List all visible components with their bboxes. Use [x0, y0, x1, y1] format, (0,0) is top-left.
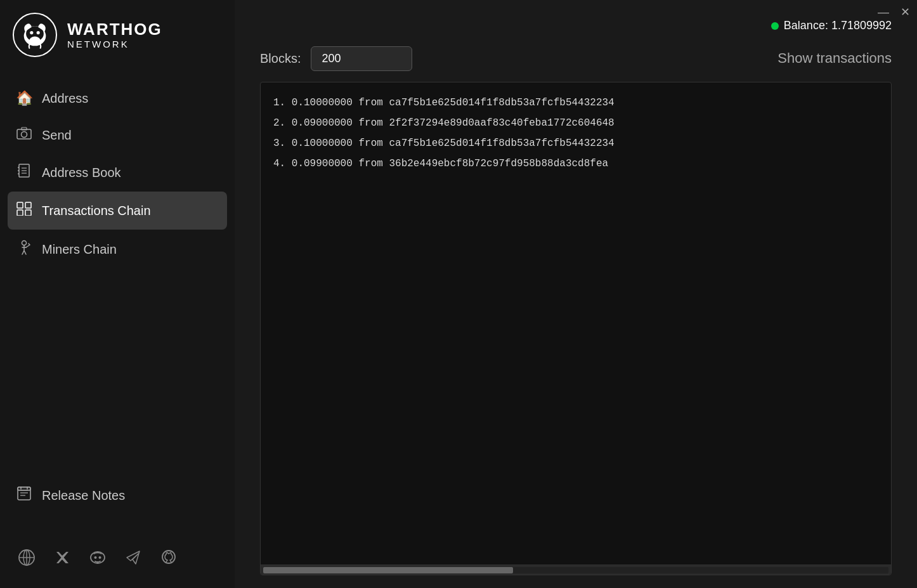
github-social-icon[interactable]	[157, 546, 180, 569]
transactions-chain-icon	[15, 202, 33, 219]
controls-row: Blocks: Show transactions	[260, 45, 892, 72]
sidebar-bottom: Release Notes	[0, 464, 235, 533]
website-social-icon[interactable]	[15, 546, 38, 569]
sidebar-item-send[interactable]: Send	[0, 117, 235, 154]
transactions-box: 1. 0.10000000 from ca7f5b1e625d014f1f8db…	[260, 82, 892, 575]
scrollbar-thumb[interactable]	[263, 567, 513, 573]
svg-point-32	[94, 556, 97, 559]
discord-social-icon[interactable]	[86, 546, 109, 569]
transaction-line: 2. 0.09000000 from 2f2f37294e89d0aaf83c4…	[273, 113, 878, 133]
sidebar-item-label-address-book: Address Book	[42, 166, 121, 180]
balance-value: Balance: 1.71809992	[784, 19, 892, 32]
scrollbar-track	[263, 567, 888, 573]
send-icon	[15, 127, 33, 143]
svg-rect-15	[17, 202, 23, 208]
telegram-social-icon[interactable]	[122, 546, 145, 569]
balance-status-dot	[771, 22, 779, 30]
minimize-button[interactable]: —	[878, 6, 889, 18]
svg-point-6	[22, 132, 27, 138]
release-notes-icon	[15, 487, 33, 504]
nav-items: 🏠 Address Send	[0, 70, 235, 464]
sidebar-item-address-book[interactable]: Address Book	[0, 154, 235, 192]
sidebar-item-release-notes[interactable]: Release Notes	[15, 476, 219, 514]
transaction-line: 1. 0.10000000 from ca7f5b1e625d014f1f8db…	[273, 93, 878, 113]
blocks-group: Blocks:	[260, 46, 412, 71]
close-button[interactable]: ✕	[899, 6, 911, 18]
transaction-line: 4. 0.09900000 from 36b2e449ebcf8b72c97fd…	[273, 154, 878, 174]
sidebar: WARTHOG NETWORK 🏠 Address Send	[0, 0, 235, 588]
svg-rect-16	[25, 202, 31, 208]
main-content: Balance: 1.71809992 Blocks: Show transac…	[235, 0, 917, 588]
svg-point-2	[29, 37, 40, 44]
sidebar-item-label-miners-chain: Miners Chain	[42, 242, 117, 257]
sidebar-item-address[interactable]: 🏠 Address	[0, 80, 235, 117]
header-bar: Balance: 1.71809992	[260, 13, 892, 32]
logo-text: WARTHOG NETWORK	[67, 20, 162, 49]
logo-area: WARTHOG NETWORK	[0, 0, 235, 70]
blocks-input[interactable]	[311, 46, 412, 71]
sidebar-item-label-address: Address	[42, 91, 88, 106]
svg-rect-18	[25, 210, 31, 216]
sidebar-item-transactions-chain[interactable]: Transactions Chain	[8, 192, 227, 230]
sidebar-item-label-send: Send	[42, 128, 72, 143]
transactions-content[interactable]: 1. 0.10000000 from ca7f5b1e625d014f1f8db…	[261, 82, 891, 565]
logo-title: WARTHOG	[67, 20, 162, 39]
show-transactions-button[interactable]: Show transactions	[777, 45, 892, 72]
svg-rect-17	[17, 210, 23, 216]
sidebar-item-label-release-notes: Release Notes	[42, 488, 125, 503]
miners-chain-icon	[15, 240, 33, 259]
svg-rect-24	[18, 487, 30, 490]
balance-display: Balance: 1.71809992	[771, 19, 892, 32]
blocks-label: Blocks:	[260, 51, 301, 66]
svg-point-33	[99, 556, 101, 559]
svg-point-3	[30, 31, 33, 34]
transaction-line: 3. 0.10000000 from ca7f5b1e625d014f1f8db…	[273, 133, 878, 154]
app-container: WARTHOG NETWORK 🏠 Address Send	[0, 0, 917, 588]
address-icon: 🏠	[15, 90, 33, 107]
sidebar-item-label-transactions-chain: Transactions Chain	[42, 204, 151, 218]
twitter-social-icon[interactable]	[51, 546, 74, 569]
svg-point-19	[22, 241, 27, 245]
svg-point-4	[37, 31, 40, 34]
logo-subtitle: NETWORK	[67, 39, 162, 49]
social-bar	[0, 533, 235, 588]
logo-icon	[13, 13, 57, 57]
horizontal-scrollbar[interactable]	[261, 565, 891, 575]
address-book-icon	[15, 164, 33, 181]
svg-point-34	[162, 551, 175, 563]
sidebar-item-miners-chain[interactable]: Miners Chain	[0, 230, 235, 269]
